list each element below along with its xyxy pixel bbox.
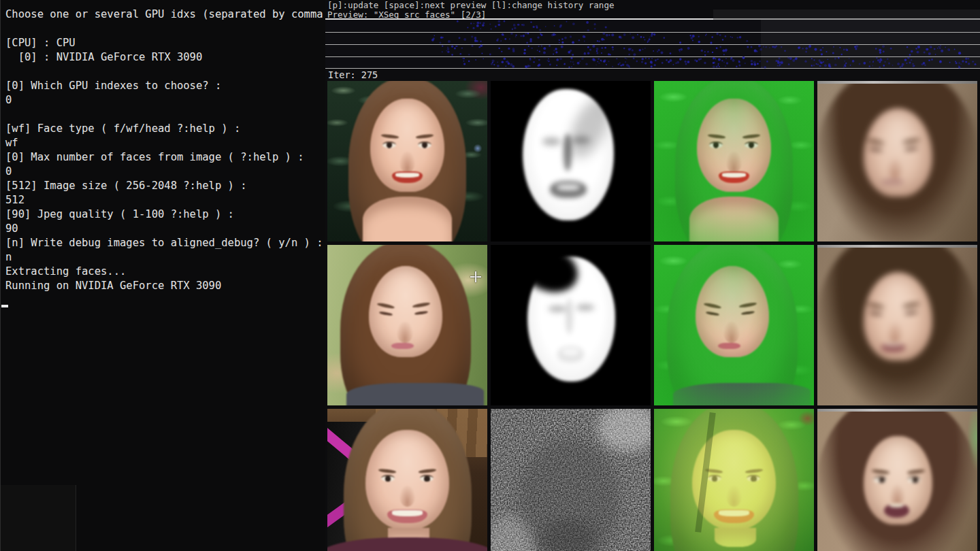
predicted-face-r3-person bbox=[817, 409, 977, 551]
loss-dots bbox=[325, 20, 980, 71]
source-face-r2 bbox=[327, 245, 487, 405]
shortcut-hints: [p]:update [space]:next preview [l]:chan… bbox=[327, 1, 614, 10]
source-face-r2-person bbox=[327, 245, 487, 405]
deepfacelab-screen: Choose one or several GPU idxs (separate… bbox=[0, 0, 980, 551]
screen-artifact-line bbox=[76, 485, 76, 551]
xseg-mask-r2 bbox=[491, 245, 651, 405]
predicted-face-r2 bbox=[817, 245, 977, 405]
iter-value: 275 bbox=[361, 69, 378, 80]
source-face-r3-person bbox=[327, 409, 487, 551]
predicted-face-r1 bbox=[817, 81, 977, 241]
terminal-window[interactable]: Choose one or several GPU idxs (separate… bbox=[0, 0, 326, 551]
cell-edge-strip bbox=[817, 245, 977, 248]
mask-overlay-r2 bbox=[654, 245, 814, 405]
xseg-texture-r3 bbox=[491, 409, 651, 551]
terminal-cursor bbox=[1, 305, 8, 307]
mask-overlay-r1-person bbox=[654, 81, 814, 241]
source-face-r1-person bbox=[327, 81, 487, 241]
training-preview-window[interactable]: [p]:update [space]:next preview [l]:chan… bbox=[325, 0, 980, 551]
mask-overlay-r1 bbox=[654, 81, 814, 241]
mask-blob bbox=[523, 89, 614, 221]
header-band bbox=[713, 10, 980, 19]
cell-edge-strip bbox=[817, 81, 977, 84]
source-face-r1 bbox=[327, 81, 487, 241]
mask-blob bbox=[527, 256, 615, 382]
screen-artifact-patch bbox=[1, 485, 76, 551]
mask-overlay-r3 bbox=[654, 409, 814, 551]
iteration-counter: Iter: 275 bbox=[325, 69, 980, 81]
noise-texture-image bbox=[491, 409, 651, 551]
xseg-mask-r1 bbox=[491, 81, 651, 241]
terminal-output: Choose one or several GPU idxs (separate… bbox=[1, 0, 326, 293]
predicted-face-r1-person bbox=[817, 81, 977, 241]
predicted-face-r2-person bbox=[817, 245, 977, 405]
loss-history-graph bbox=[325, 20, 980, 69]
preview-grid bbox=[327, 81, 977, 551]
source-face-r3 bbox=[327, 409, 487, 551]
mask-overlay-r3-person bbox=[654, 409, 814, 551]
mask-overlay-r2-person bbox=[654, 245, 814, 405]
cell-edge-strip bbox=[817, 409, 977, 412]
predicted-face-r3 bbox=[817, 409, 977, 551]
iter-label: Iter: bbox=[328, 69, 356, 80]
